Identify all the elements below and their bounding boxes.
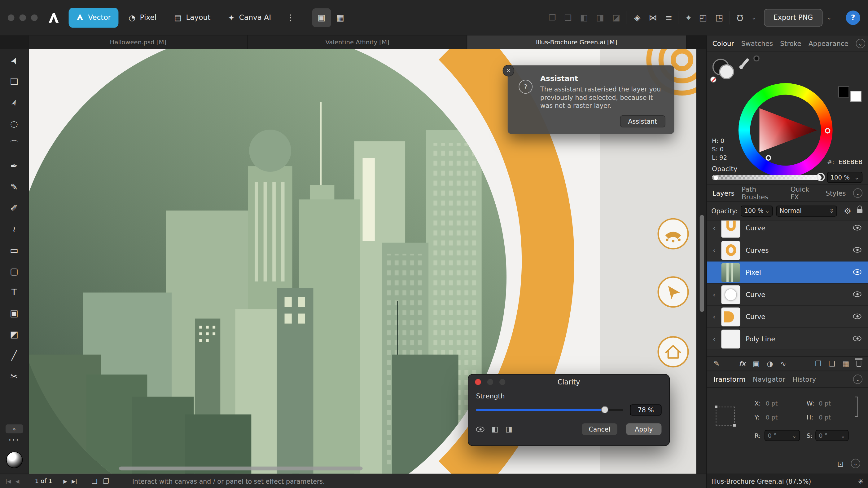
layer-thumbnail[interactable] — [721, 221, 740, 237]
opacity-slider[interactable] — [712, 175, 822, 180]
layer-row[interactable]: ‹ Poly Line — [707, 328, 868, 350]
lock-icon[interactable] — [857, 209, 862, 213]
copy-icon[interactable]: ❐ — [549, 12, 556, 22]
assistant-close-button[interactable]: ✕ — [503, 65, 515, 77]
duplicate-icon[interactable]: ◪ — [613, 12, 620, 22]
layer-row[interactable]: ‹ Curve — [707, 306, 868, 328]
fill-colour-well[interactable] — [719, 64, 734, 79]
rotation-dropdown[interactable]: 0 °⌄ — [765, 430, 800, 441]
doc-tab-halloween[interactable]: Halloween.psd [M] — [29, 35, 248, 49]
insert-target-icon[interactable]: ⌖ — [686, 12, 691, 22]
layer-row-selected[interactable]: Pixel — [707, 261, 868, 283]
primary-colour-swatch[interactable] — [850, 91, 862, 102]
opacity-slider-knob[interactable] — [816, 173, 825, 181]
zoom-button[interactable] — [31, 14, 37, 21]
layers-panel-menu-button[interactable]: ⌄ — [853, 189, 862, 198]
export-png-button[interactable]: Export PNG — [764, 9, 822, 26]
y-field[interactable]: 0 pt — [766, 414, 778, 421]
vertical-scrollbar-thumb[interactable] — [700, 215, 704, 312]
assistant-button[interactable]: Assistant — [620, 115, 665, 127]
previous-page-button[interactable]: ◀ — [16, 479, 19, 484]
select-box-icon[interactable]: ◳ — [715, 12, 723, 22]
more-tools-button[interactable]: ••• — [9, 438, 20, 443]
shade-marker[interactable] — [766, 155, 771, 161]
colour-sphere-swatch[interactable] — [6, 452, 23, 468]
apps-grid-button[interactable]: ▦ — [331, 8, 350, 27]
persona-canva-button[interactable]: ✦ Canva AI — [221, 7, 279, 27]
doc-tab-illus-brochure[interactable]: Illus-Brochure Green.ai [M] — [467, 35, 686, 49]
w-field[interactable]: 0 pt — [819, 400, 831, 407]
vector-brush-tool[interactable]: ✐ — [0, 197, 29, 218]
layer-row[interactable]: ‹ Curves — [707, 239, 868, 261]
node-tool[interactable]: ➣ — [0, 92, 29, 113]
no-fill-swatch[interactable] — [710, 77, 716, 83]
transform-panel-menu-button[interactable]: ⌄ — [853, 375, 862, 384]
tab-appearance[interactable]: Appearance — [808, 40, 848, 48]
new-pixel-layer-icon[interactable]: ▦ — [842, 360, 849, 368]
layer-name[interactable]: Pixel — [746, 268, 761, 276]
tab-quick-fx[interactable]: Quick FX — [790, 185, 819, 201]
tab-swatches[interactable]: Swatches — [741, 40, 773, 48]
close-button[interactable] — [8, 14, 14, 21]
rectangle-tool[interactable]: ▭ — [0, 239, 29, 260]
move-tool[interactable]: ➤ — [0, 50, 29, 71]
h-field[interactable]: 0 pt — [819, 414, 831, 421]
secondary-colour-swatch[interactable] — [838, 86, 849, 98]
canvas-viewport[interactable]: ✕ ? Assistant The assistant rasterised t… — [29, 49, 696, 474]
pen-tool[interactable]: ✒ — [0, 155, 29, 176]
help-button[interactable]: ? — [846, 10, 860, 25]
x-field[interactable]: 0 pt — [766, 400, 778, 407]
strength-slider-knob[interactable] — [601, 406, 608, 413]
measure-tool[interactable]: ╱ — [0, 345, 29, 366]
dialog-zoom-button[interactable] — [499, 379, 505, 385]
adjustment-layer-icon[interactable]: ◑ — [767, 360, 773, 368]
layer-thumbnail[interactable] — [721, 240, 740, 259]
anchor-menu-button[interactable]: ⌄ — [851, 459, 860, 468]
layer-settings-gear-icon[interactable]: ⚙ — [844, 206, 851, 216]
strength-slider[interactable] — [476, 409, 624, 411]
tab-navigator[interactable]: Navigator — [753, 375, 785, 383]
tab-path-brushes[interactable]: Path Brushes — [742, 185, 783, 201]
doc-tab-valentine[interactable]: Valentine Affinity [M] — [248, 35, 467, 49]
cancel-button[interactable]: Cancel — [582, 423, 617, 435]
hue-marker[interactable] — [825, 128, 831, 134]
persona-vector-button[interactable]: Vector — [69, 7, 119, 27]
layer-thumbnail[interactable] — [721, 329, 740, 348]
clarity-titlebar[interactable]: Clarity — [468, 375, 670, 389]
strength-value-field[interactable]: 78 % — [630, 405, 662, 416]
visibility-eye-icon[interactable] — [853, 290, 862, 298]
edit-all-layers-icon[interactable]: ✎ — [713, 360, 719, 368]
layer-name[interactable]: Curve — [746, 290, 765, 298]
eyedropper-icon[interactable] — [740, 58, 749, 68]
persona-layout-button[interactable]: ▤ Layout — [166, 7, 218, 27]
frame-tool[interactable]: ▣ — [0, 303, 29, 324]
marquee-tool[interactable]: ▢ — [0, 260, 29, 282]
preview-eye-icon[interactable] — [476, 426, 485, 432]
paint-brush-tool[interactable]: ≀ — [0, 218, 29, 239]
shear-dropdown[interactable]: 0 °⌄ — [815, 430, 848, 441]
contour-tool[interactable]: ◌ — [0, 113, 29, 134]
persona-pixel-button[interactable]: ◔ Pixel — [121, 7, 164, 27]
delete-layer-icon[interactable] — [856, 361, 861, 367]
snapping-magnet-icon[interactable]: Ω — [737, 12, 743, 22]
snapping-chevron-icon[interactable]: ⌄ — [751, 14, 756, 21]
artboard-tool[interactable]: ❏ — [0, 71, 29, 92]
layer-name[interactable]: Curve — [746, 224, 765, 232]
picked-colour-dot[interactable] — [753, 56, 760, 62]
cycle-selection-icon[interactable]: ◰ — [699, 12, 707, 22]
adjustment-tool[interactable]: ◩ — [0, 324, 29, 345]
layer-opacity-dropdown[interactable]: 100 % ⌄ — [741, 205, 773, 217]
layer-row[interactable]: ‹ Curve — [707, 221, 868, 239]
tab-styles[interactable]: Styles — [826, 189, 846, 197]
persona-overflow-button[interactable]: ⋮ — [281, 8, 300, 27]
layer-effects-icon[interactable]: fx — [739, 360, 745, 367]
export-chevron-icon[interactable]: ⌄ — [827, 14, 832, 21]
group-layers-icon[interactable]: ❏ — [829, 360, 835, 368]
layer-thumbnail[interactable] — [721, 263, 740, 282]
vertical-scrollbar-track[interactable] — [696, 49, 706, 474]
blend-mode-dropdown[interactable]: Normal ⇕ — [776, 205, 837, 217]
tab-stroke[interactable]: Stroke — [780, 40, 801, 48]
tab-history[interactable]: History — [793, 375, 816, 383]
layer-thumbnail[interactable] — [721, 307, 740, 326]
apply-button[interactable]: Apply — [626, 423, 661, 435]
